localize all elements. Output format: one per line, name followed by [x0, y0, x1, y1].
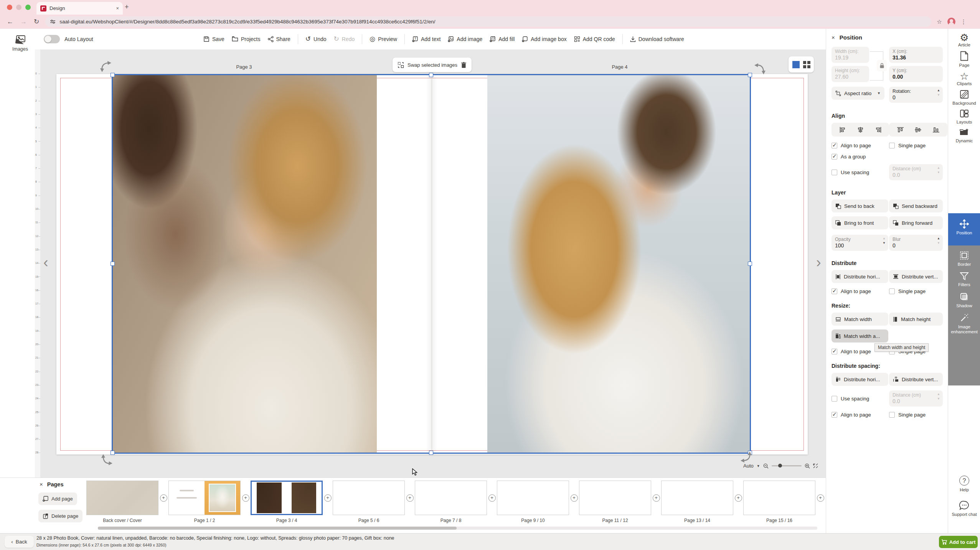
- grid-view-icon[interactable]: [803, 61, 810, 68]
- photo-right[interactable]: [487, 75, 751, 453]
- zoom-in-icon[interactable]: [805, 463, 810, 469]
- match-width-and-height-button[interactable]: Match width a...: [832, 329, 888, 343]
- align-to-page-checkbox[interactable]: Align to page: [832, 143, 888, 148]
- pages-close-icon[interactable]: ×: [40, 481, 43, 487]
- zoom-out-icon[interactable]: [763, 463, 769, 469]
- insert-spread-button[interactable]: +: [571, 494, 578, 502]
- rail-item-article[interactable]: ⚙ Article: [948, 29, 980, 47]
- browser-menu-icon[interactable]: ⋮: [961, 18, 967, 25]
- align-right-icon[interactable]: [875, 127, 881, 133]
- insert-spread-button[interactable]: +: [160, 494, 167, 502]
- window-minimize-button[interactable]: [16, 5, 21, 10]
- bookmark-star-icon[interactable]: ☆: [937, 18, 942, 25]
- back-button[interactable]: ‹ Back: [5, 536, 34, 548]
- x-field[interactable]: X (cm): 31.36: [889, 47, 943, 63]
- bring-to-front-button[interactable]: Bring to front: [832, 216, 888, 229]
- redo-button[interactable]: ↻Redo: [334, 36, 355, 42]
- rail-item-shadow[interactable]: Shadow: [948, 287, 980, 308]
- distribute-horizontally-button[interactable]: Distribute hori...: [832, 270, 888, 283]
- fit-screen-icon[interactable]: [813, 463, 818, 468]
- images-panel-button[interactable]: Images: [0, 35, 40, 52]
- next-spread-arrow[interactable]: ›: [816, 254, 821, 271]
- distribute-spacing-v-button[interactable]: Distribute vert...: [889, 373, 943, 386]
- thumbnail-page-15-16[interactable]: [743, 481, 815, 515]
- aspect-lock-button[interactable]: [877, 60, 887, 71]
- rotate-handle-sw[interactable]: [100, 453, 114, 467]
- add-qr-code-button[interactable]: Add QR code: [574, 36, 615, 42]
- reload-icon[interactable]: ↻: [34, 18, 39, 26]
- undo-button[interactable]: ↺Undo: [305, 36, 327, 42]
- align-bottom-icon[interactable]: [933, 127, 939, 133]
- support-chat-button[interactable]: Support chat: [948, 501, 980, 517]
- align-to-page-checkbox[interactable]: Align to page: [832, 288, 888, 294]
- bring-forward-button[interactable]: Bring forward: [889, 216, 943, 229]
- rail-item-background[interactable]: Background: [948, 86, 980, 105]
- save-button[interactable]: Save: [203, 36, 224, 42]
- add-fill-button[interactable]: + Add fill: [490, 36, 515, 42]
- add-to-cart-button[interactable]: Add to cart: [939, 536, 978, 548]
- align-middle-v-icon[interactable]: [915, 127, 921, 133]
- align-left-icon[interactable]: [840, 127, 846, 133]
- rotate-handle-nw[interactable]: [99, 59, 112, 73]
- y-field[interactable]: Y (cm): 0.00: [889, 66, 943, 82]
- thumbnail-page-9-10[interactable]: [497, 481, 569, 515]
- single-view-icon[interactable]: [792, 61, 800, 68]
- rail-item-page[interactable]: Page: [948, 47, 980, 68]
- profile-avatar[interactable]: [947, 18, 955, 26]
- design-canvas[interactable]: Page 3 Page 4 Swap selected images: [40, 49, 826, 478]
- thumbnail-page-11-12[interactable]: [579, 481, 651, 515]
- spin-up-icon[interactable]: ▲: [937, 89, 940, 92]
- thumbnail-page-7-8[interactable]: [415, 481, 487, 515]
- previous-spread-arrow[interactable]: ‹: [43, 254, 48, 271]
- insert-spread-button[interactable]: +: [653, 494, 660, 502]
- distance-field[interactable]: Distance (cm) 0.0 ▲▼: [889, 390, 943, 407]
- opacity-field[interactable]: Opacity 100 ▲▼: [832, 235, 888, 251]
- insert-spread-button[interactable]: +: [817, 494, 824, 502]
- blur-field[interactable]: Blur 0 ▲▼: [889, 235, 943, 251]
- as-a-group-checkbox[interactable]: As a group: [832, 154, 942, 160]
- add-page-button[interactable]: + Add page: [38, 492, 77, 505]
- new-tab-button[interactable]: +: [125, 3, 129, 11]
- add-text-button[interactable]: T+ Add text: [412, 36, 441, 42]
- zoom-slider-knob[interactable]: [778, 464, 782, 468]
- match-height-button[interactable]: Match height: [889, 313, 943, 326]
- aspect-ratio-select[interactable]: Aspect ratio ▼: [832, 87, 884, 100]
- insert-spread-button[interactable]: +: [242, 494, 249, 502]
- zoom-mode-caret-icon[interactable]: ▼: [757, 464, 760, 468]
- pages-scrollbar-thumb[interactable]: [98, 527, 457, 530]
- rail-item-position-active[interactable]: Position: [948, 213, 980, 245]
- add-image-box-button[interactable]: + Add image box: [522, 36, 566, 42]
- use-spacing-checkbox[interactable]: Use spacing: [832, 170, 888, 175]
- send-to-back-button[interactable]: Send to back: [832, 199, 888, 212]
- add-image-button[interactable]: + Add image: [448, 36, 482, 42]
- zoom-slider[interactable]: [772, 465, 802, 466]
- insert-spread-button[interactable]: +: [406, 494, 414, 502]
- align-center-h-icon[interactable]: [857, 127, 864, 133]
- align-top-icon[interactable]: [897, 127, 904, 133]
- thumbnail-page-5-6[interactable]: [333, 481, 405, 515]
- rail-item-cliparts[interactable]: ☆ Cliparts: [948, 68, 980, 86]
- distribute-vertically-button[interactable]: Distribute vert...: [889, 270, 943, 283]
- delete-icon[interactable]: [461, 62, 467, 68]
- spin-down-icon[interactable]: ▼: [937, 94, 940, 97]
- swap-images-button[interactable]: Swap selected images: [408, 62, 457, 68]
- single-page-checkbox[interactable]: Single page: [889, 143, 943, 148]
- rail-item-image-enhancement[interactable]: Image enhancement: [948, 308, 980, 334]
- send-backward-button[interactable]: Send backward: [889, 199, 943, 212]
- rail-item-border[interactable]: Border: [948, 245, 980, 267]
- insert-spread-button[interactable]: +: [735, 494, 742, 502]
- url-bar[interactable]: saal-digital.eu/WebshopClient/#/Designer…: [45, 16, 931, 27]
- rotate-handle-se[interactable]: [739, 450, 753, 464]
- zoom-mode-select[interactable]: Auto: [743, 463, 754, 469]
- align-to-page-checkbox[interactable]: Align to page: [832, 412, 888, 418]
- use-spacing-checkbox[interactable]: Use spacing: [832, 396, 888, 402]
- thumbnail-back-cover[interactable]: [86, 481, 158, 515]
- preview-button[interactable]: ◎Preview: [370, 36, 397, 42]
- back-icon[interactable]: ←: [7, 18, 13, 26]
- forward-icon[interactable]: →: [20, 18, 27, 26]
- insert-spread-button[interactable]: +: [324, 494, 332, 502]
- match-width-button[interactable]: Match width: [832, 313, 888, 326]
- browser-tab[interactable]: Design ×: [36, 2, 123, 15]
- panel-close-icon[interactable]: ×: [832, 34, 835, 41]
- single-page-checkbox[interactable]: Single page: [889, 412, 943, 418]
